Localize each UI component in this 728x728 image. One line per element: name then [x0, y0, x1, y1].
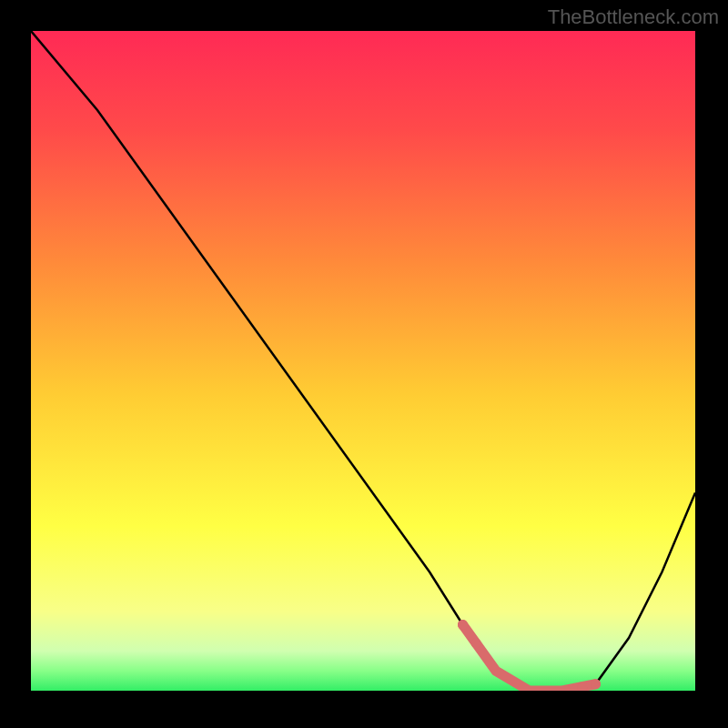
- svg-point-1: [458, 620, 468, 630]
- curve-line: [31, 31, 695, 691]
- chart-area: [31, 31, 695, 691]
- watermark-text: TheBottleneck.com: [548, 5, 719, 29]
- svg-point-4: [591, 679, 601, 689]
- svg-point-2: [471, 638, 481, 648]
